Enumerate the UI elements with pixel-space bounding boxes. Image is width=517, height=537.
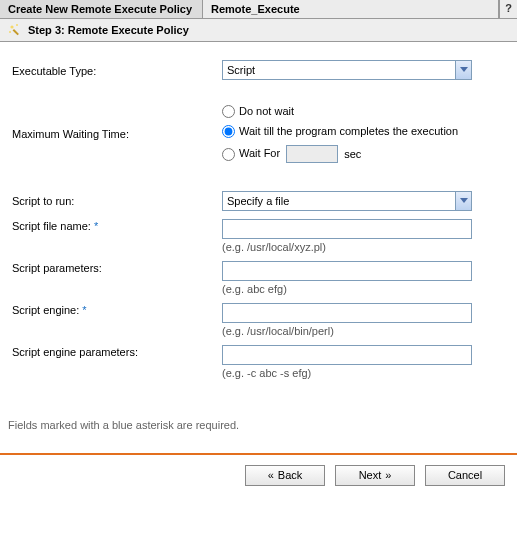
radio-wait-complete-label: Wait till the program completes the exec…	[239, 124, 469, 138]
laquo-icon: «	[268, 469, 274, 481]
form: Executable Type: Script Maximum Waiting …	[0, 42, 517, 379]
required-footnote: Fields marked with a blue asterisk are r…	[8, 419, 517, 431]
radio-wait-for[interactable]	[222, 148, 235, 161]
radio-no-wait-label: Do not wait	[239, 104, 294, 118]
back-button[interactable]: « Back	[245, 465, 325, 486]
script-engine-hint: (e.g. /usr/local/bin/perl)	[222, 325, 472, 337]
engine-params-label: Script engine parameters:	[12, 345, 222, 358]
script-file-hint: (e.g. /usr/local/xyz.pl)	[222, 241, 472, 253]
title-bar: Create New Remote Execute Policy Remote_…	[0, 0, 517, 19]
svg-point-2	[16, 24, 18, 26]
wait-for-seconds-input	[286, 145, 338, 163]
svg-point-1	[10, 25, 13, 28]
wait-for-sec-label: sec	[344, 148, 361, 160]
script-file-input[interactable]	[222, 219, 472, 239]
engine-params-input[interactable]	[222, 345, 472, 365]
next-button[interactable]: Next »	[335, 465, 415, 486]
chevron-down-icon	[455, 61, 471, 79]
script-to-run-value: Specify a file	[227, 195, 289, 207]
script-file-label: Script file name: *	[12, 219, 222, 232]
help-button[interactable]: ?	[499, 0, 517, 18]
step-title: Step 3: Remote Execute Policy	[28, 24, 189, 36]
script-to-run-label: Script to run:	[12, 194, 222, 207]
script-params-input[interactable]	[222, 261, 472, 281]
button-bar: « Back Next » Cancel	[0, 455, 517, 486]
wand-icon	[8, 23, 22, 37]
script-engine-label: Script engine: *	[12, 303, 222, 316]
svg-rect-0	[13, 29, 19, 35]
step-bar: Step 3: Remote Execute Policy	[0, 19, 517, 42]
svg-marker-5	[460, 198, 468, 203]
required-star: *	[94, 220, 98, 232]
max-wait-label: Maximum Waiting Time:	[12, 102, 222, 140]
svg-point-3	[9, 31, 11, 33]
tab-create-policy[interactable]: Create New Remote Execute Policy	[0, 0, 203, 18]
script-to-run-select[interactable]: Specify a file	[222, 191, 472, 211]
radio-wait-for-label: Wait For	[239, 146, 280, 160]
max-wait-radio-group: Do not wait Wait till the program comple…	[222, 102, 472, 163]
script-params-label: Script parameters:	[12, 261, 222, 274]
executable-type-label: Executable Type:	[12, 64, 222, 77]
tab-remote-execute: Remote_Execute	[203, 0, 499, 18]
executable-type-value: Script	[227, 64, 255, 76]
script-engine-input[interactable]	[222, 303, 472, 323]
radio-wait-complete[interactable]	[222, 125, 235, 138]
raquo-icon: »	[385, 469, 391, 481]
chevron-down-icon	[455, 192, 471, 210]
executable-type-select[interactable]: Script	[222, 60, 472, 80]
engine-params-hint: (e.g. -c abc -s efg)	[222, 367, 472, 379]
radio-no-wait[interactable]	[222, 105, 235, 118]
svg-marker-4	[460, 67, 468, 72]
cancel-button[interactable]: Cancel	[425, 465, 505, 486]
script-params-hint: (e.g. abc efg)	[222, 283, 472, 295]
required-star: *	[82, 304, 86, 316]
